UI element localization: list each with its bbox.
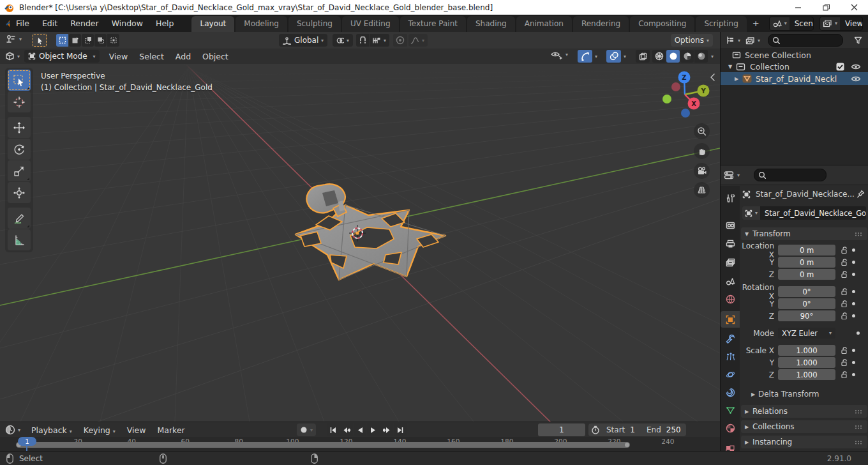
workspace-tab-texture-paint[interactable]: Texture Paint <box>400 16 466 32</box>
filter-icon[interactable] <box>854 36 862 45</box>
transform-value-field[interactable]: 0 m <box>778 257 835 268</box>
animate-dot[interactable] <box>852 273 855 276</box>
start-value[interactable]: 1 <box>630 425 635 434</box>
tool-cursor-button[interactable] <box>8 91 31 112</box>
timeline-scrollbar[interactable] <box>16 442 630 448</box>
outliner-row-scene-collection[interactable]: Scene Collection <box>721 49 868 61</box>
workspace-tab-animation[interactable]: Animation <box>516 16 572 32</box>
drag-handle-icon[interactable] <box>855 232 864 236</box>
shading-solid-button[interactable] <box>666 50 680 63</box>
animate-dot[interactable] <box>852 349 855 352</box>
collections-panel-header[interactable]: ▶ Collections <box>741 420 867 433</box>
transform-value-field[interactable]: 1.000 <box>778 345 835 356</box>
transform-value-field[interactable]: 1.000 <box>778 369 835 380</box>
object-name-field[interactable]: Star_of_David_Necklace_Gold <box>760 206 866 220</box>
properties-search-input[interactable] <box>754 169 827 181</box>
transform-value-field[interactable]: 1.000 <box>778 357 835 368</box>
tool-annotate-button[interactable] <box>8 208 31 229</box>
tool-rotate-button[interactable] <box>8 139 31 160</box>
tool-measure-button[interactable] <box>8 229 31 250</box>
select-mode-intersect[interactable] <box>107 34 119 47</box>
tool-scale-button[interactable] <box>8 160 31 181</box>
eye-icon[interactable] <box>851 63 861 70</box>
tool-select-box-button[interactable] <box>8 70 31 91</box>
lock-icon[interactable] <box>841 258 848 266</box>
delta-transform-subpanel[interactable]: ▶ Delta Transform <box>750 390 868 399</box>
lock-icon[interactable] <box>841 312 848 320</box>
eye-icon[interactable] <box>851 75 861 82</box>
animate-dot[interactable] <box>852 248 855 252</box>
menu-marker[interactable]: Marker <box>152 425 191 435</box>
animate-dot[interactable] <box>852 290 855 293</box>
object-id-browse[interactable]: ▾ <box>742 206 760 220</box>
tab-tool[interactable] <box>721 190 740 206</box>
shading-rendered-button[interactable] <box>694 50 708 63</box>
workspace-tab-sculpting[interactable]: Sculpting <box>288 16 341 32</box>
restore-button[interactable] <box>812 0 840 15</box>
animate-dot[interactable] <box>852 314 855 317</box>
tab-object-data[interactable] <box>721 402 740 418</box>
view-layer-name[interactable]: View Layer <box>840 19 863 28</box>
prev-keyframe-button[interactable] <box>340 423 353 436</box>
playhead-frame-badge[interactable]: 1 <box>18 437 36 446</box>
play-button[interactable] <box>367 423 380 436</box>
orthographic-toggle-button[interactable] <box>694 182 710 198</box>
gizmo-dropdown-arrow[interactable]: ▾ <box>595 54 597 59</box>
lock-icon[interactable] <box>841 287 848 296</box>
visibility-dropdown[interactable]: ▾ <box>550 50 568 59</box>
transform-value-field[interactable]: 0 m <box>778 245 835 255</box>
select-mode-extend[interactable] <box>69 34 81 47</box>
pan-hand-button[interactable] <box>694 143 710 159</box>
outliner-display-mode[interactable]: ▾ <box>745 36 760 45</box>
xray-toggle-button[interactable] <box>636 50 650 63</box>
transform-orientation-dropdown[interactable]: Global ▾ <box>279 34 327 47</box>
menu-keying[interactable]: Keying▾ <box>78 425 121 435</box>
options-dropdown[interactable]: Options ▾ <box>671 34 713 47</box>
play-reverse-button[interactable] <box>354 423 366 436</box>
snap-toggle-button[interactable] <box>356 34 370 47</box>
zoom-button[interactable] <box>694 123 710 139</box>
mode-dropdown[interactable]: Object Mode ▾ <box>24 50 100 63</box>
timeline-ruler[interactable]: 20406080100120140160180200220240 1 <box>0 437 720 451</box>
workspace-tab-layout[interactable]: Layout <box>191 16 234 32</box>
lock-icon[interactable] <box>841 300 848 308</box>
checkbox-checked-icon[interactable] <box>836 63 844 71</box>
menu-file[interactable]: File <box>10 19 36 28</box>
transform-value-field[interactable]: 0 m <box>778 269 835 280</box>
menu-help[interactable]: Help <box>149 19 181 28</box>
transform-value-field[interactable]: 0° <box>778 298 835 309</box>
jump-to-end-button[interactable] <box>394 423 407 436</box>
rotation-mode-dropdown[interactable]: XYZ Euler▾ <box>778 328 835 339</box>
add-workspace-button[interactable]: + <box>748 16 764 31</box>
overlays-dropdown-arrow[interactable]: ▾ <box>624 54 626 59</box>
lock-icon[interactable] <box>841 370 848 379</box>
outliner-row-star-object[interactable]: ▶ Star_of_David_Neckl <box>721 72 868 85</box>
show-overlays-button[interactable] <box>606 50 621 63</box>
menu-tl-view[interactable]: View <box>121 425 152 435</box>
sidebar-collapse-arrow[interactable] <box>710 73 715 82</box>
lock-icon[interactable] <box>841 358 848 367</box>
workspace-tab-compositing[interactable]: Compositing <box>630 16 694 32</box>
tab-object[interactable] <box>721 311 740 328</box>
menu-select[interactable]: Select <box>133 52 170 61</box>
close-button[interactable] <box>840 0 868 15</box>
gizmo-neg-x-ball[interactable] <box>671 82 680 91</box>
gizmo-neg-z-ball[interactable] <box>681 109 690 118</box>
instancing-panel-header[interactable]: ▶ Instancing <box>741 436 867 448</box>
lock-icon[interactable] <box>841 270 848 278</box>
jump-to-start-button[interactable] <box>327 423 340 436</box>
auto-keying-button[interactable]: ▾ <box>297 423 316 436</box>
blender-menu-logo-icon[interactable] <box>5 19 10 29</box>
menu-render[interactable]: Render <box>64 19 105 28</box>
lock-icon[interactable] <box>841 246 848 254</box>
tab-output[interactable] <box>721 236 740 252</box>
menu-window[interactable]: Window <box>105 19 149 28</box>
shading-dropdown-arrow[interactable]: ▾ <box>711 54 714 59</box>
pivot-point-dropdown[interactable]: ▾ <box>333 34 353 47</box>
animate-dot[interactable] <box>852 261 855 264</box>
select-mode-invert[interactable] <box>94 34 107 47</box>
transform-panel-header[interactable]: ▼ Transform <box>741 227 867 240</box>
properties-editor-selector[interactable]: ▾ <box>724 171 740 179</box>
view-layer-browse-icon[interactable]: ▾ <box>820 17 840 30</box>
tab-scene[interactable] <box>721 273 740 289</box>
